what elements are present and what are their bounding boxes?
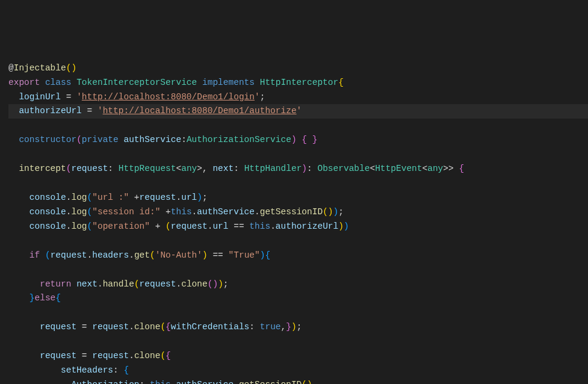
method-handle: handle bbox=[103, 279, 134, 289]
method-clone: clone bbox=[181, 279, 208, 289]
var-request: request bbox=[140, 193, 176, 202]
code-line bbox=[8, 176, 588, 191]
code-line bbox=[8, 119, 588, 133]
method-getSessionID: getSessionID bbox=[239, 380, 302, 384]
var-request: request bbox=[40, 322, 76, 332]
string-literal: "url :" bbox=[92, 193, 129, 202]
var-request: request bbox=[40, 351, 76, 361]
code-line: request = request.clone({withCredentials… bbox=[8, 320, 588, 335]
type-AuthorizationService: AuthorizationService bbox=[187, 135, 291, 144]
string-literal: "True" bbox=[229, 250, 260, 260]
prop-withCredentials: withCredentials bbox=[171, 322, 250, 332]
prop-setHeaders: setHeaders bbox=[61, 365, 113, 375]
prop-authService: authService bbox=[176, 380, 234, 384]
decorator-name: Injectable bbox=[14, 63, 66, 73]
code-editor[interactable]: @Injectable()export class TokenIntercept… bbox=[8, 61, 588, 384]
code-line: console.log("operation" + (request.url =… bbox=[8, 220, 588, 234]
string-literal: "session id:" bbox=[92, 207, 160, 217]
param-next: next bbox=[212, 164, 234, 173]
type-HttpHandler: HttpHandler bbox=[244, 164, 302, 173]
prop-authService: authService bbox=[197, 207, 255, 217]
console: console bbox=[29, 207, 66, 217]
code-line: loginUrl = 'http://localhost:8080/Demo1/… bbox=[8, 90, 588, 105]
code-line: if (request.headers.get('No-Auth') == "T… bbox=[8, 249, 588, 263]
property-loginUrl: loginUrl bbox=[19, 92, 61, 102]
code-line bbox=[8, 306, 588, 320]
var-request: request bbox=[92, 322, 129, 332]
var-request: request bbox=[140, 279, 176, 289]
code-line: }else{ bbox=[8, 291, 588, 306]
code-line bbox=[8, 234, 588, 249]
method-clone: clone bbox=[134, 351, 161, 361]
keyword-this: this bbox=[249, 221, 270, 231]
type-HttpRequest: HttpRequest bbox=[119, 164, 176, 173]
keyword-export: export bbox=[8, 78, 40, 87]
keyword-this: this bbox=[150, 380, 171, 384]
keyword-this: this bbox=[171, 207, 192, 217]
code-line: console.log("session id:" +this.authServ… bbox=[8, 205, 588, 220]
code-line: Authorization: this.authService.getSessi… bbox=[8, 378, 588, 384]
decorator-at: @ bbox=[8, 63, 14, 73]
var-request: request bbox=[51, 250, 87, 260]
property-authorizeUrl: authorizeUrl bbox=[19, 106, 81, 116]
keyword-constructor: constructor bbox=[19, 135, 76, 144]
method-getSessionID: getSessionID bbox=[260, 207, 323, 217]
code-line: request = request.clone({ bbox=[8, 349, 588, 364]
var-next: next bbox=[76, 279, 97, 289]
code-line: return next.handle(request.clone()); bbox=[8, 277, 588, 292]
type-any: any bbox=[181, 164, 197, 173]
class-name: TokenInterceptorService bbox=[76, 78, 197, 87]
interface-name: HttpInterceptor bbox=[260, 78, 339, 87]
url-literal: http://localhost:8080/Demo1/login bbox=[82, 92, 255, 102]
code-line: setHeaders: { bbox=[8, 364, 588, 378]
code-line: console.log("url :" +request.url); bbox=[8, 191, 588, 205]
code-line-active: authorizeUrl = 'http://localhost:8080/De… bbox=[8, 104, 588, 119]
keyword-private: private bbox=[82, 135, 119, 144]
code-line: @Injectable() bbox=[8, 61, 588, 76]
string-literal: 'No-Auth' bbox=[155, 250, 202, 260]
prop-authorizeUrl: authorizeUrl bbox=[276, 221, 338, 231]
param-authService: authService bbox=[123, 135, 181, 144]
code-line bbox=[8, 335, 588, 349]
url-literal: http://localhost:8080/Demo1/authorize bbox=[103, 106, 297, 116]
prop-url: url bbox=[212, 221, 228, 231]
param-request: request bbox=[71, 164, 108, 173]
keyword-else: else bbox=[35, 293, 56, 303]
code-line: constructor(private authService:Authoriz… bbox=[8, 133, 588, 147]
method-clone: clone bbox=[134, 322, 161, 332]
method-log: log bbox=[71, 193, 87, 202]
keyword-if: if bbox=[29, 250, 40, 260]
code-line bbox=[8, 147, 588, 162]
method-log: log bbox=[71, 221, 87, 231]
keyword-true: true bbox=[260, 322, 281, 332]
type-Observable: Observable bbox=[317, 164, 370, 173]
string-literal: "operation" bbox=[92, 221, 150, 231]
console: console bbox=[29, 193, 66, 202]
var-request: request bbox=[171, 221, 208, 231]
prop-Authorization: Authorization bbox=[71, 380, 139, 384]
type-HttpEvent: HttpEvent bbox=[375, 164, 422, 173]
keyword-class: class bbox=[45, 78, 72, 87]
code-line: intercept(request: HttpRequest<any>, nex… bbox=[8, 162, 588, 176]
keyword-return: return bbox=[40, 279, 71, 289]
method-get: get bbox=[134, 250, 150, 260]
prop-headers: headers bbox=[92, 250, 129, 260]
code-line bbox=[8, 263, 588, 277]
type-any: any bbox=[427, 164, 443, 173]
prop-url: url bbox=[181, 193, 197, 202]
method-log: log bbox=[71, 207, 87, 217]
console: console bbox=[29, 221, 66, 231]
method-intercept: intercept bbox=[19, 164, 66, 173]
var-request: request bbox=[92, 351, 129, 361]
code-line: export class TokenInterceptorService imp… bbox=[8, 76, 588, 90]
keyword-implements: implements bbox=[202, 78, 255, 87]
